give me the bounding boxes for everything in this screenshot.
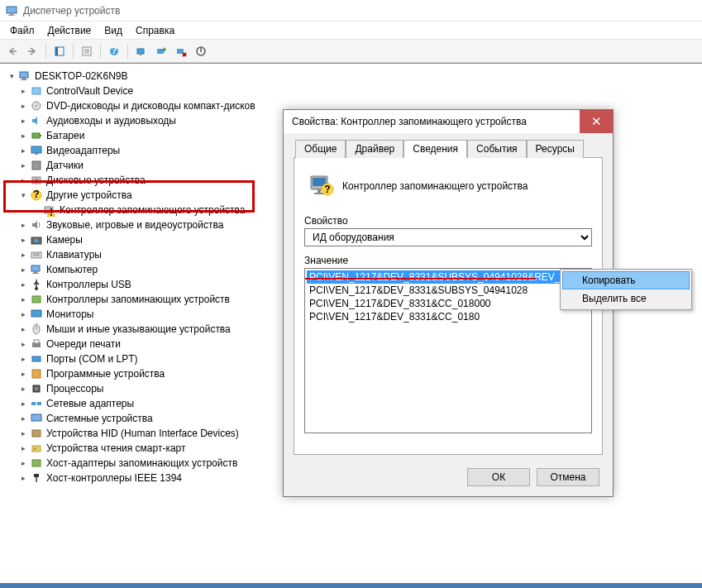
tree-label: Хост-адаптеры запоминающих устройств (46, 457, 237, 469)
expander-icon[interactable]: ▸ (18, 339, 28, 349)
tree-root[interactable]: ▾DESKTOP-02K6N9B (0, 69, 702, 84)
network-icon (30, 397, 43, 410)
uninstall-button[interactable] (172, 42, 190, 60)
expander-icon[interactable]: ▸ (18, 160, 28, 170)
device-icon: ? (308, 171, 334, 200)
value-label: Значение (304, 255, 592, 266)
tab-details[interactable]: Сведения (404, 140, 467, 158)
expander-icon[interactable]: ▸ (18, 443, 28, 453)
expander-icon[interactable]: ▸ (18, 354, 28, 364)
expander-icon[interactable]: ▸ (18, 369, 28, 379)
forward-button[interactable] (23, 42, 41, 60)
tab-general[interactable]: Общие (295, 140, 346, 158)
svg-rect-19 (32, 88, 41, 94)
help-button[interactable]: ? (105, 42, 123, 60)
tree-label: Батареи (46, 130, 84, 141)
tree-label: Хост-контроллеры IEEE 1394 (46, 472, 182, 484)
back-button[interactable] (3, 42, 21, 60)
svg-rect-56 (32, 430, 41, 437)
expander-icon[interactable]: ▸ (18, 473, 28, 483)
disable-button[interactable] (192, 42, 210, 60)
expander-icon[interactable]: ▸ (18, 146, 28, 155)
tree-label: Процессоры (46, 383, 104, 394)
expander-icon[interactable]: ▸ (18, 294, 28, 304)
update-driver-button[interactable] (152, 42, 170, 60)
svg-rect-49 (32, 370, 41, 378)
expander-icon[interactable]: ▸ (18, 280, 28, 289)
expander-icon[interactable]: ▸ (18, 220, 28, 230)
expander-icon[interactable]: ▾ (18, 190, 28, 200)
tree-label: Устройства чтения смарт-карт (46, 442, 185, 454)
expander-icon[interactable]: ▸ (18, 116, 28, 126)
tab-driver[interactable]: Драйвер (346, 140, 404, 158)
svg-rect-12 (140, 54, 141, 55)
value-listbox[interactable]: PCI\VEN_1217&DEV_8331&SUBSYS_04941028&RE… (304, 268, 592, 433)
svg-rect-40 (32, 273, 39, 274)
tree-node[interactable]: ▸ControlVault Device (0, 84, 702, 98)
expander-icon[interactable]: ▸ (18, 86, 28, 96)
svg-rect-53 (37, 402, 41, 405)
show-hide-button[interactable] (50, 42, 69, 60)
tree-label: Очереди печати (46, 338, 121, 350)
tree-label: DESKTOP-02K6N9B (35, 70, 128, 82)
tree-label: Дисковые устройства (46, 174, 146, 186)
camera-icon (30, 233, 43, 246)
expander-icon[interactable]: ▸ (18, 414, 28, 423)
separator (127, 44, 128, 59)
context-copy[interactable]: Копировать (562, 271, 690, 289)
tree-label: Программные устройства (46, 368, 165, 380)
tree-label: ControlVault Device (46, 85, 133, 97)
expander-icon[interactable]: ▸ (18, 324, 28, 334)
dialog-title: Свойства: Контроллер запоминающего устро… (292, 116, 580, 127)
expander-icon[interactable]: ▸ (18, 399, 28, 409)
scan-button[interactable] (132, 42, 150, 60)
tab-events[interactable]: События (467, 140, 527, 158)
expander-icon[interactable]: ▸ (18, 384, 28, 394)
expander-icon[interactable]: ▸ (18, 235, 28, 245)
tab-resources[interactable]: Ресурсы (527, 140, 584, 158)
svg-rect-26 (32, 161, 41, 170)
expander-icon[interactable]: ▸ (18, 250, 28, 260)
close-button[interactable]: ✕ (580, 110, 613, 133)
menu-file[interactable]: Файл (3, 23, 41, 38)
tree-label: Клавиатуры (46, 249, 102, 261)
sensor-icon (30, 159, 43, 172)
expander-icon[interactable]: ▸ (18, 309, 28, 319)
tree-label: Контроллеры USB (46, 279, 131, 290)
tree-label: Камеры (46, 234, 83, 246)
svg-text:!: ! (50, 207, 53, 217)
expander-icon[interactable]: ▸ (18, 175, 28, 185)
menu-help[interactable]: Справка (129, 23, 181, 38)
expander-icon[interactable]: ▸ (18, 265, 28, 275)
expander-icon[interactable]: ▸ (18, 131, 28, 141)
device-icon (30, 84, 43, 98)
hardware-id-item[interactable]: PCI\VEN_1217&DEV_8331&CC_018000 (307, 297, 590, 310)
expander-icon[interactable]: ▾ (7, 71, 17, 81)
tabstrip: Общие Драйвер Сведения События Ресурсы (294, 140, 603, 158)
menu-view[interactable]: Вид (98, 23, 129, 38)
expander-spacer (31, 205, 41, 215)
hardware-id-item[interactable]: PCI\VEN_1217&DEV_8331&SUBSYS_04941028 (307, 284, 590, 297)
dialog-titlebar[interactable]: Свойства: Контроллер запоминающего устро… (284, 110, 613, 133)
property-select[interactable]: ИД оборудования (304, 228, 592, 246)
cancel-button[interactable]: Отмена (537, 468, 599, 486)
svg-rect-11 (137, 49, 144, 54)
svg-rect-23 (40, 135, 41, 136)
svg-rect-58 (34, 447, 36, 450)
ok-button[interactable]: ОК (467, 468, 530, 486)
menu-action[interactable]: Действие (41, 23, 98, 38)
properties-button[interactable] (78, 42, 96, 60)
svg-text:?: ? (111, 45, 117, 56)
context-menu: Копировать Выделить все (560, 269, 692, 310)
expander-icon[interactable]: ▸ (18, 458, 28, 468)
expander-icon[interactable]: ▸ (18, 428, 28, 438)
battery-icon (30, 129, 43, 142)
computer-icon (18, 69, 31, 83)
monitor-icon (30, 308, 43, 321)
expander-icon[interactable]: ▸ (18, 101, 28, 111)
context-select-all[interactable]: Выделить все (562, 289, 690, 308)
sound-icon (30, 218, 43, 232)
hardware-id-item[interactable]: PCI\VEN_1217&DEV_8331&SUBSYS_04941028&RE… (307, 270, 590, 284)
tree-label: Звуковые, игровые и видеоустройства (46, 219, 223, 231)
hardware-id-item[interactable]: PCI\VEN_1217&DEV_8331&CC_0180 (307, 310, 590, 323)
